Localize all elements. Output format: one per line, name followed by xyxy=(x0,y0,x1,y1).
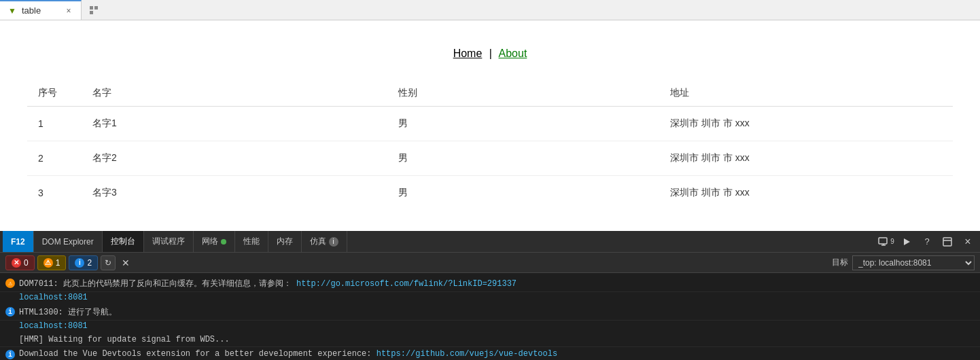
devtools-console: ⚠DOM7011: 此页上的代码禁用了反向和正向缓存。有关详细信息，请参阅： h… xyxy=(0,273,980,360)
console-line: iDownload the Vue Devtools extension for… xyxy=(0,347,980,360)
undock-icon-button[interactable] xyxy=(938,232,957,251)
tab-favicon: ▼ xyxy=(7,5,18,16)
console-text: Download the Vue Devtools extension for … xyxy=(19,349,975,359)
cell-name: 名字3 xyxy=(82,176,387,211)
table-row: 3 名字3 男 深圳市 圳市 市 xxx xyxy=(27,176,953,211)
error-count-button[interactable]: ✕ 0 xyxy=(5,255,35,270)
cell-gender: 男 xyxy=(387,176,659,211)
devtools-toolbar: ✕ 0 ⚠ 1 i 2 ↻ ✕ 目标 _top: localhost:8081 xyxy=(0,253,980,273)
console-link[interactable]: http://go.microsoft.com/fwlink/?LinkID=2… xyxy=(296,279,517,289)
close-devtools-button[interactable]: × xyxy=(958,232,977,251)
screen-count: 9 xyxy=(890,238,894,245)
data-table: 序号 名字 性别 地址 1 名字1 男 深圳市 圳市 市 xxx 2 名字2 男… xyxy=(27,80,953,210)
cell-name: 名字2 xyxy=(82,141,387,176)
devtools-panel: F12 DOM Explorer 控制台 调试程序 网络 性能 内存 仿真 i … xyxy=(0,231,980,360)
browser-tab[interactable]: ▼ table × xyxy=(0,0,82,20)
tab-label: table xyxy=(22,5,59,16)
console-subline: localhost:8081 xyxy=(0,292,980,304)
info-count-button[interactable]: i 2 xyxy=(69,255,98,270)
warn-count-button[interactable]: ⚠ 1 xyxy=(37,255,67,270)
console-link[interactable]: https://github.com/vuejs/vue-devtools xyxy=(377,349,557,359)
console-sublink[interactable]: localhost:8081 xyxy=(19,293,88,302)
console-text: DOM7011: 此页上的代码禁用了反向和正向缓存。有关详细信息，请参阅： ht… xyxy=(19,278,975,289)
error-count-label: 0 xyxy=(24,258,29,268)
svg-rect-5 xyxy=(943,238,951,246)
col-header-name: 名字 xyxy=(82,80,387,107)
warn-count-label: 1 xyxy=(56,258,60,268)
svg-rect-3 xyxy=(879,238,887,244)
cell-gender: 男 xyxy=(387,141,659,176)
table-row: 2 名字2 男 深圳市 圳市 市 xxx xyxy=(27,141,953,176)
new-tab-button[interactable] xyxy=(84,1,103,20)
cell-name: 名字1 xyxy=(82,107,387,141)
devtools-tab-performance[interactable]: 性能 xyxy=(235,231,268,252)
console-line: iHTML1300: 进行了导航。 xyxy=(0,304,980,321)
devtools-tab-network[interactable]: 网络 xyxy=(194,231,235,252)
screen-icon-button[interactable]: 9 xyxy=(877,232,896,251)
console-subline: localhost:8081 xyxy=(0,321,980,333)
info-icon: i xyxy=(75,258,84,268)
target-section: 目标 _top: localhost:8081 xyxy=(832,255,975,270)
devtools-tabs: F12 DOM Explorer 控制台 调试程序 网络 性能 内存 仿真 i … xyxy=(0,231,980,253)
devtools-tab-dom[interactable]: DOM Explorer xyxy=(34,231,103,252)
devtools-tab-simulation[interactable]: 仿真 i xyxy=(302,231,347,252)
table-header-row: 序号 名字 性别 地址 xyxy=(27,80,953,107)
home-link[interactable]: Home xyxy=(453,48,483,59)
col-header-num: 序号 xyxy=(27,80,82,107)
info-console-icon: i xyxy=(5,307,15,317)
about-link[interactable]: About xyxy=(499,48,527,59)
cell-address: 深圳市 圳市 市 xxx xyxy=(659,141,953,176)
console-text: HTML1300: 进行了导航。 xyxy=(19,306,975,318)
console-line: [HMR] Waiting for update signal from WDS… xyxy=(0,333,980,347)
target-select[interactable]: _top: localhost:8081 xyxy=(852,255,975,270)
svg-rect-1 xyxy=(94,6,98,10)
tab-bar: ▼ table × xyxy=(0,0,980,20)
info-console-icon: i xyxy=(5,350,15,359)
help-icon-button[interactable]: ? xyxy=(917,232,937,251)
col-header-address: 地址 xyxy=(659,80,953,107)
col-header-gender: 性别 xyxy=(387,80,659,107)
warn-icon: ⚠ xyxy=(43,258,53,268)
error-icon: ✕ xyxy=(12,258,21,268)
nav-separator: | xyxy=(489,48,492,59)
devtools-tab-f12[interactable]: F12 xyxy=(3,231,34,252)
refresh-button[interactable]: ↻ xyxy=(101,255,116,270)
target-label: 目标 xyxy=(832,257,848,268)
cell-num: 1 xyxy=(27,107,82,141)
cell-gender: 男 xyxy=(387,107,659,141)
cell-address: 深圳市 圳市 市 xxx xyxy=(659,107,953,141)
tab-close-button[interactable]: × xyxy=(63,5,74,16)
nav-bar: Home | About xyxy=(27,34,953,80)
browser-content: Home | About 序号 名字 性别 地址 1 名字1 男 深圳市 圳市 … xyxy=(0,20,980,231)
run-icon-button[interactable] xyxy=(897,232,916,251)
svg-rect-0 xyxy=(90,6,93,10)
info-count-label: 2 xyxy=(87,258,92,268)
simulation-info-icon: i xyxy=(329,237,338,247)
cell-num: 2 xyxy=(27,141,82,176)
svg-rect-2 xyxy=(90,11,93,14)
devtools-tab-console[interactable]: 控制台 xyxy=(103,231,144,252)
cell-address: 深圳市 圳市 市 xxx xyxy=(659,176,953,211)
console-sublink[interactable]: localhost:8081 xyxy=(19,321,88,331)
cell-num: 3 xyxy=(27,176,82,211)
devtools-tab-debug[interactable]: 调试程序 xyxy=(144,231,194,252)
devtools-tab-right: 9 ? × xyxy=(877,232,977,251)
console-text: [HMR] Waiting for update signal from WDS… xyxy=(19,335,975,344)
console-line: ⚠DOM7011: 此页上的代码禁用了反向和正向缓存。有关详细信息，请参阅： h… xyxy=(0,276,980,292)
network-active-dot xyxy=(221,239,226,245)
warn-console-icon: ⚠ xyxy=(5,278,15,288)
clear-button[interactable]: ✕ xyxy=(118,255,133,270)
devtools-tab-memory[interactable]: 内存 xyxy=(268,231,302,252)
table-row: 1 名字1 男 深圳市 圳市 市 xxx xyxy=(27,107,953,141)
svg-marker-4 xyxy=(904,238,910,245)
